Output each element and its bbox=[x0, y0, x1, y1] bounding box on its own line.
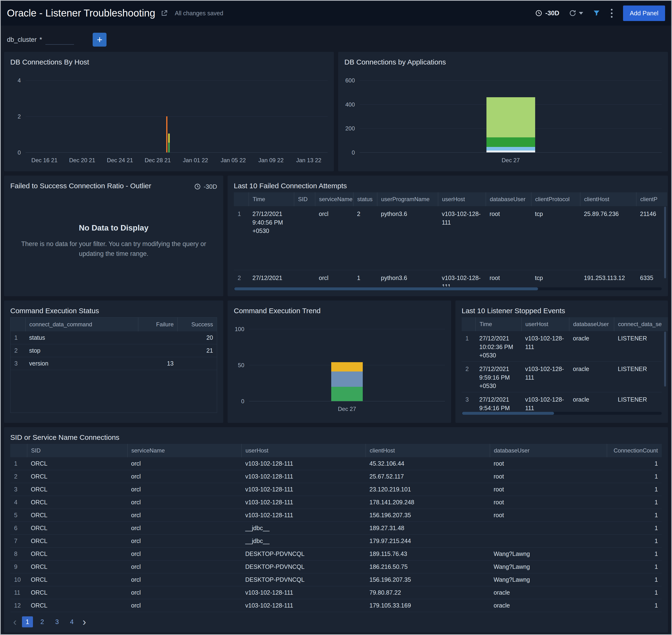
cell-clienthost: 186.216.50.75 bbox=[366, 561, 490, 573]
column-header-failure[interactable]: Failure bbox=[138, 318, 177, 331]
column-header-servicename[interactable]: serviceName bbox=[315, 192, 353, 206]
column-header-sid[interactable]: SID bbox=[294, 192, 315, 206]
top-bar-actions: -30D Add Panel bbox=[535, 5, 665, 21]
column-header-clienthost[interactable]: clientHost bbox=[366, 444, 490, 457]
column-header-databaseuser[interactable]: databaseUser bbox=[569, 317, 614, 331]
horizontal-scrollbar-thumb[interactable] bbox=[234, 287, 538, 290]
column-header-databaseuser[interactable]: databaseUser bbox=[490, 444, 607, 457]
horizontal-scrollbar[interactable] bbox=[462, 412, 662, 415]
cell-databaseuser: root bbox=[486, 270, 531, 286]
cell-databaseuser: root bbox=[490, 483, 607, 496]
cell-failure: 13 bbox=[138, 357, 177, 370]
column-header-index bbox=[10, 444, 27, 457]
bar-segment bbox=[331, 372, 363, 387]
column-header-index bbox=[10, 318, 25, 331]
page-button-3[interactable]: 3 bbox=[51, 616, 63, 627]
cell-sid: ORCL bbox=[27, 509, 127, 522]
db-cluster-filter-label: db_cluster bbox=[7, 36, 37, 43]
cell-userhost: v103-102-128-111 bbox=[438, 270, 486, 286]
x-axis-label: Jan 05 22 bbox=[221, 157, 246, 163]
panel-time-range-control[interactable]: -30D bbox=[194, 183, 217, 191]
column-header-success[interactable]: Success bbox=[177, 318, 217, 331]
cell-connectioncount: 1 bbox=[607, 561, 662, 573]
table-body: 1 status 20 2 stop 21 bbox=[10, 331, 217, 370]
cell-sid: ORCL bbox=[27, 535, 127, 547]
add-filter-button[interactable]: + bbox=[93, 33, 107, 47]
row-index: 1 bbox=[462, 331, 475, 362]
table-row: 1 27/12/2021 9:40:56 PM +0530 orcl 2 pyt… bbox=[234, 206, 662, 270]
column-header-servicename[interactable]: serviceName bbox=[127, 444, 242, 457]
table-header: SID serviceName userHost clientHost data… bbox=[10, 444, 662, 457]
column-header-databaseuser[interactable]: databaseUser bbox=[486, 192, 531, 206]
panel-title: Last 10 Listener Stopped Events bbox=[462, 307, 662, 315]
panel-title: Failed to Success Connection Ratio - Out… bbox=[10, 182, 151, 190]
cell-clienthost: 156.196.207.35 bbox=[366, 509, 490, 522]
column-header-clienthost[interactable]: clientHost bbox=[580, 192, 636, 206]
y-axis-label: 4 bbox=[18, 77, 21, 84]
vertical-scrollbar-thumb[interactable] bbox=[664, 207, 666, 278]
horizontal-scrollbar-thumb[interactable] bbox=[462, 412, 554, 415]
column-header-userhost[interactable]: userHost bbox=[438, 192, 486, 206]
column-header-userhost[interactable]: userHost bbox=[521, 317, 569, 331]
x-axis-label: Dec 28 21 bbox=[145, 157, 171, 163]
time-range-control[interactable]: -30D bbox=[535, 9, 559, 17]
share-icon[interactable] bbox=[160, 9, 168, 17]
table-row: 2 27/12/2021 orcl 1 python3.6 v103-102-1… bbox=[234, 270, 662, 286]
column-header-time[interactable]: Time bbox=[475, 317, 521, 331]
db-cluster-input[interactable] bbox=[45, 35, 74, 45]
cell-servicename: orcl bbox=[127, 509, 242, 522]
column-header-userprogramname[interactable]: userProgramName bbox=[377, 192, 438, 206]
cell-databaseuser: root bbox=[490, 496, 607, 509]
column-header-clientport[interactable]: clientP bbox=[636, 192, 667, 206]
cell-servicename: orcl bbox=[127, 599, 242, 612]
y-axis-label: 400 bbox=[345, 101, 355, 108]
column-header-userhost[interactable]: userHost bbox=[242, 444, 366, 457]
column-header-status[interactable]: status bbox=[353, 192, 377, 206]
page-button-1[interactable]: 1 bbox=[22, 616, 33, 627]
y-axis: 0200400600 bbox=[344, 73, 360, 153]
horizontal-scrollbar[interactable] bbox=[234, 287, 662, 290]
y-axis-label: 0 bbox=[18, 149, 21, 156]
cell-sid bbox=[294, 270, 315, 286]
panel-title: DB Connections By Host bbox=[10, 58, 328, 66]
vertical-scrollbar-thumb[interactable] bbox=[664, 332, 666, 387]
column-header-time[interactable]: Time bbox=[249, 192, 294, 206]
cell-connectioncount: 1 bbox=[607, 496, 662, 509]
cell-connectioncount: 1 bbox=[607, 548, 662, 560]
dashboard-title: Oracle - Listener Troubleshooting bbox=[7, 7, 155, 19]
cell-failure bbox=[138, 344, 177, 357]
cell-databaseuser: oracle bbox=[569, 362, 614, 392]
cell-time: 27/12/2021 9:59:16 PM +0530 bbox=[475, 362, 521, 392]
page-button-2[interactable]: 2 bbox=[37, 616, 48, 627]
column-header-connectioncount[interactable]: ConnectionCount bbox=[607, 444, 662, 457]
column-header-clientprotocol[interactable]: clientProtocol bbox=[531, 192, 580, 206]
next-page-button[interactable]: › bbox=[81, 617, 88, 627]
cell-servicename: orcl bbox=[315, 270, 353, 286]
cell-connectioncount: 1 bbox=[607, 573, 662, 586]
cell-time: 27/12/2021 9:54:16 PM bbox=[475, 392, 521, 411]
refresh-control[interactable] bbox=[569, 9, 583, 17]
cell-status: 2 bbox=[353, 206, 377, 270]
cell-sid: ORCL bbox=[27, 522, 127, 534]
cell-sid: ORCL bbox=[27, 548, 127, 560]
cell-databaseuser: Wang?Lawng bbox=[490, 561, 607, 573]
bar-segment bbox=[487, 147, 535, 151]
cell-userprogramname: python3.6 bbox=[377, 206, 438, 270]
kebab-menu[interactable] bbox=[610, 8, 613, 19]
cell-servicename: orcl bbox=[127, 573, 242, 586]
cell-clientport: 21146 bbox=[636, 206, 662, 270]
column-header-command[interactable]: connect_data_command bbox=[25, 318, 138, 331]
column-header-connect-data-service[interactable]: connect_data_se bbox=[614, 317, 668, 331]
cell-clienthost: 79.80.87.22 bbox=[366, 586, 490, 599]
row-index: 6 bbox=[10, 522, 27, 534]
cell-userhost: v103-102-128-111 bbox=[242, 457, 366, 470]
cell-servicename: orcl bbox=[127, 548, 242, 560]
cell-time: 27/12/2021 9:40:56 PM +0530 bbox=[249, 206, 294, 270]
table-body: 1 ORCL orcl v103-102-128-111 45.32.106.4… bbox=[10, 457, 662, 612]
filter-icon[interactable] bbox=[593, 9, 600, 17]
column-header-sid[interactable]: SID bbox=[27, 444, 127, 457]
add-panel-button[interactable]: Add Panel bbox=[623, 5, 665, 21]
panel-last-10-listener-stopped-events: Last 10 Listener Stopped Events Time use… bbox=[455, 301, 668, 423]
prev-page-button[interactable]: ‹ bbox=[12, 617, 18, 627]
page-button-4[interactable]: 4 bbox=[66, 616, 77, 627]
